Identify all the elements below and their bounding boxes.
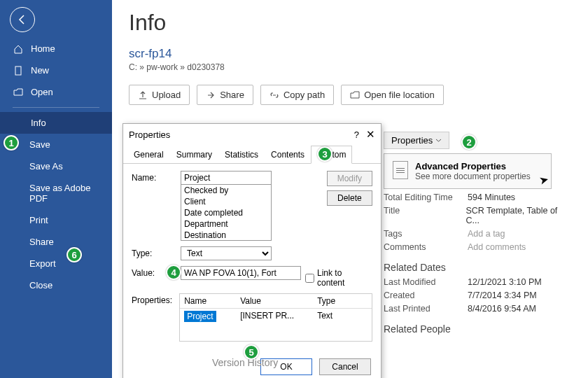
page-title: Info <box>129 10 571 36</box>
sidebar-item-close[interactable]: Close <box>0 274 112 296</box>
row-name: Project <box>184 311 216 322</box>
sidebar-item-save-as[interactable]: Save As <box>0 155 112 177</box>
col-type[interactable]: Type <box>313 294 372 308</box>
total-editing-time-value: 594 Minutes <box>468 192 515 202</box>
sidebar-item-label: Save As <box>29 161 63 172</box>
new-doc-icon <box>13 66 24 76</box>
tab-general[interactable]: General <box>127 146 170 164</box>
advanced-properties-popup[interactable]: Advanced Properties See more document pr… <box>384 153 552 189</box>
dialog-help-button[interactable]: ? <box>354 130 359 140</box>
properties-table: Name Value Type Project [INSERT PR... Te… <box>179 293 372 342</box>
name-option[interactable]: Date completed <box>181 207 271 218</box>
title-value[interactable]: SCR Template, Table of C... <box>465 206 571 225</box>
name-option[interactable]: Destination <box>181 230 271 241</box>
sidebar-item-print[interactable]: Print <box>0 209 112 231</box>
col-value[interactable]: Value <box>236 294 313 308</box>
row-value: [INSERT PR... <box>236 309 313 323</box>
sidebar-item-label: Info <box>31 118 46 128</box>
upload-button[interactable]: Upload <box>129 85 190 105</box>
properties-dropdown[interactable]: Properties <box>384 132 449 149</box>
last-modified-value: 12/1/2021 3:10 PM <box>468 277 542 287</box>
sidebar-item-new[interactable]: New <box>0 59 112 81</box>
last-printed-label: Last Printed <box>384 304 468 314</box>
name-input[interactable] <box>181 171 272 185</box>
sidebar-item-label: New <box>31 65 49 76</box>
row-type: Text <box>313 309 372 323</box>
home-icon <box>13 44 24 54</box>
advanced-properties-title: Advanced Properties <box>415 161 531 172</box>
delete-button[interactable]: Delete <box>327 190 372 206</box>
folder-icon <box>350 90 360 100</box>
sidebar-item-share[interactable]: Share <box>0 231 112 253</box>
last-printed-value: 8/4/2016 9:54 AM <box>468 304 536 314</box>
link-icon <box>270 90 279 100</box>
dialog-title: Properties <box>129 130 170 140</box>
arrow-left-icon <box>17 14 28 25</box>
advanced-properties-subtitle: See more document properties <box>415 172 531 181</box>
cursor-icon: ➤ <box>538 173 550 188</box>
link-to-content-checkbox[interactable]: Link to content <box>305 266 350 288</box>
last-modified-label: Last Modified <box>384 277 468 287</box>
table-row[interactable]: Project [INSERT PR... Text <box>180 309 372 341</box>
sidebar-item-label: Save <box>29 139 50 150</box>
tab-summary[interactable]: Summary <box>170 146 218 164</box>
properties-dialog: Properties ? ✕ General Summary Statistic… <box>122 123 382 378</box>
sidebar-item-label: Save as Adobe PDF <box>29 183 99 204</box>
created-label: Created <box>384 290 468 300</box>
tags-label: Tags <box>384 229 468 239</box>
callout-badge-4: 4 <box>166 265 181 280</box>
chevron-down-icon <box>435 137 442 144</box>
callout-badge-2: 2 <box>461 134 477 150</box>
document-title: scr-fp14 <box>129 47 571 61</box>
name-option[interactable]: Client <box>181 196 271 207</box>
sidebar-item-info[interactable]: Info <box>0 112 112 134</box>
svg-rect-0 <box>15 66 21 75</box>
sidebar-item-label: Print <box>29 215 48 225</box>
callout-badge-6: 6 <box>66 247 82 262</box>
version-history-label: Version History <box>212 357 278 368</box>
info-panel: Properties Advanced Properties See more … <box>384 132 571 339</box>
dialog-titlebar: Properties ? ✕ <box>123 124 381 145</box>
sidebar-item-save-adobe-pdf[interactable]: Save as Adobe PDF <box>0 177 112 209</box>
col-name[interactable]: Name <box>180 294 236 308</box>
created-value: 7/7/2014 3:34 PM <box>468 290 537 300</box>
type-label: Type: <box>132 246 176 258</box>
name-suggestion-list[interactable]: Checked by Client Date completed Departm… <box>181 185 272 241</box>
sidebar-item-export[interactable]: Export <box>0 253 112 274</box>
dialog-close-button[interactable]: ✕ <box>366 128 375 141</box>
sidebar-item-label: Export <box>29 258 56 269</box>
share-button[interactable]: Share <box>197 85 253 105</box>
sidebar-item-label: Home <box>31 43 55 54</box>
sidebar-item-open[interactable]: Open <box>0 81 112 103</box>
name-option[interactable]: Checked by <box>181 185 271 196</box>
name-option[interactable]: Department <box>181 218 271 230</box>
properties-label: Properties: <box>132 293 175 305</box>
tab-statistics[interactable]: Statistics <box>218 146 265 164</box>
sidebar-separator <box>13 107 99 108</box>
tab-contents[interactable]: Contents <box>265 146 311 164</box>
callout-badge-3: 3 <box>317 146 332 162</box>
name-label: Name: <box>132 171 176 183</box>
sidebar-item-label: Share <box>29 237 54 247</box>
tags-value[interactable]: Add a tag <box>468 229 505 239</box>
comments-value[interactable]: Add comments <box>468 242 526 252</box>
back-button[interactable] <box>10 7 35 32</box>
value-input[interactable] <box>181 266 301 280</box>
modify-button[interactable]: Modify <box>327 171 372 186</box>
document-path: C: » pw-work » d0230378 <box>129 62 571 72</box>
properties-sheet-icon <box>393 161 408 179</box>
cancel-button[interactable]: Cancel <box>319 358 371 375</box>
dialog-tabs: General Summary Statistics Contents Cust… <box>123 145 381 164</box>
related-people-heading: Related People <box>384 323 571 335</box>
sidebar-item-home[interactable]: Home <box>0 38 112 59</box>
title-label: Title <box>384 206 465 225</box>
action-row: Upload Share Copy path Open file locatio… <box>129 85 571 105</box>
callout-badge-1: 1 <box>4 135 19 150</box>
type-select[interactable]: Text <box>181 246 272 260</box>
copy-path-button[interactable]: Copy path <box>260 85 334 105</box>
open-file-location-button[interactable]: Open file location <box>341 85 443 105</box>
backstage-sidebar: Home New Open Info Save Save As Save as … <box>0 0 112 378</box>
total-editing-time-label: Total Editing Time <box>384 192 468 202</box>
folder-open-icon <box>13 88 24 97</box>
related-dates-heading: Related Dates <box>384 262 571 273</box>
